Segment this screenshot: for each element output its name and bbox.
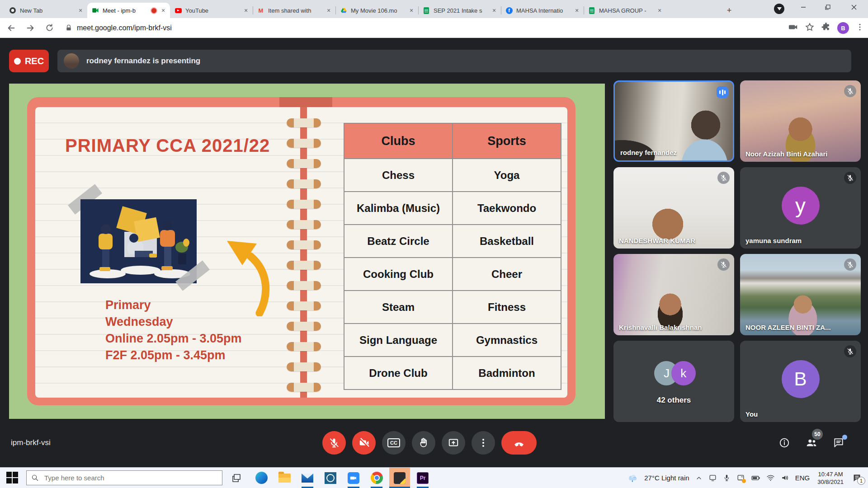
- wifi-icon[interactable]: [766, 474, 775, 482]
- chat-button[interactable]: [832, 436, 845, 450]
- participant-tile-yamuna[interactable]: y yamuna sundram: [740, 167, 861, 249]
- taskbar-clock[interactable]: 10:47 AM 30/8/2021: [817, 470, 844, 486]
- participant-tile-others[interactable]: J k 42 others: [613, 341, 734, 422]
- taskbar-active-app-icon[interactable]: [389, 468, 410, 488]
- participant-tile-rodney[interactable]: rodney fernandez: [613, 80, 734, 162]
- taskbar-search[interactable]: [26, 470, 222, 485]
- taskbar-mail-icon[interactable]: [297, 468, 318, 488]
- sheets-icon: [588, 7, 595, 14]
- close-icon[interactable]: ×: [490, 6, 498, 14]
- start-button[interactable]: [6, 472, 19, 484]
- participant-tile-krishnavalli[interactable]: Krishnavalli Balakrishnan: [613, 254, 734, 335]
- meeting-code: ipm-brkf-vsi: [11, 438, 51, 447]
- window-minimize-button[interactable]: [793, 0, 814, 14]
- notification-count-badge: 1: [857, 477, 865, 485]
- participant-tile-nandeshwar[interactable]: NANDESHWAR KUMAR: [613, 167, 734, 249]
- taskbar-edge-icon[interactable]: [251, 468, 272, 488]
- tab-gmail-item[interactable]: M Item shared with ×: [253, 3, 335, 18]
- tray-touchpad-icon[interactable]: [736, 474, 745, 482]
- schedule-line: Primary: [105, 297, 242, 314]
- tray-chevron-up-icon[interactable]: [695, 474, 703, 482]
- mic-mute-button[interactable]: [322, 431, 346, 455]
- close-icon[interactable]: ×: [159, 6, 167, 14]
- window-maximize-button[interactable]: [817, 0, 838, 14]
- mic-off-icon: [717, 172, 730, 184]
- participant-tile-you[interactable]: B You: [740, 341, 861, 422]
- tab-drive-movie[interactable]: My Movie 106.mo ×: [335, 3, 418, 18]
- table-row: Cooking Club Cheer: [344, 257, 561, 290]
- sheets-icon: [423, 7, 430, 14]
- forward-button[interactable]: [23, 20, 38, 36]
- cc-icon: CC: [387, 438, 400, 447]
- close-icon[interactable]: ×: [325, 6, 333, 14]
- schedule-text: Primary Wednesday Online 2.05pm - 3.05pm…: [105, 297, 242, 364]
- tab-camera-in-use-icon[interactable]: [788, 22, 798, 34]
- close-icon[interactable]: ×: [573, 6, 581, 14]
- taskbar-premiere-icon[interactable]: Pr: [412, 468, 433, 488]
- back-button[interactable]: [4, 20, 19, 36]
- window-close-button[interactable]: [844, 0, 864, 14]
- search-icon: [31, 474, 39, 482]
- omnibox[interactable]: meet.google.com/ipm-brkf-vsi: [65, 24, 172, 32]
- new-tab-button[interactable]: +: [723, 5, 735, 16]
- titlebar-extension-icon[interactable]: [774, 4, 784, 14]
- raise-hand-button[interactable]: [412, 431, 435, 455]
- captions-button[interactable]: CC: [382, 431, 406, 455]
- camera-off-button[interactable]: [352, 431, 376, 455]
- recording-badge: REC: [9, 50, 49, 72]
- close-icon[interactable]: ×: [242, 6, 250, 14]
- meet-main: REC rodney fernandez is presenting PRIMA…: [0, 38, 868, 467]
- participants-button[interactable]: 50: [805, 436, 818, 450]
- tab-sheets-mahsa-group[interactable]: MAHSA GROUP - ×: [584, 3, 666, 18]
- browser-toolbar: meet.google.com/ipm-brkf-vsi B: [0, 18, 868, 38]
- tab-youtube[interactable]: YouTube ×: [170, 3, 253, 18]
- weather-icon[interactable]: [627, 472, 638, 484]
- tab-meet[interactable]: Meet - ipm-b ×: [87, 3, 170, 18]
- browser-profile-avatar[interactable]: B: [837, 22, 849, 34]
- taskbar-chrome-icon[interactable]: [366, 468, 387, 488]
- present-screen-button[interactable]: [442, 431, 465, 455]
- notification-center-icon[interactable]: 1: [852, 473, 862, 483]
- language-indicator[interactable]: ENG: [795, 474, 810, 482]
- participants-count-badge: 50: [812, 429, 823, 440]
- meeting-details-button[interactable]: [778, 436, 791, 450]
- extensions-puzzle-icon[interactable]: [821, 22, 831, 34]
- url-text[interactable]: meet.google.com/ipm-brkf-vsi: [77, 24, 172, 32]
- tab-new-tab[interactable]: New Tab ×: [5, 3, 87, 18]
- slide-illustration: [80, 199, 197, 283]
- close-icon[interactable]: ×: [656, 6, 664, 14]
- browser-menu-kebab-icon[interactable]: [855, 23, 864, 33]
- tray-mic-icon[interactable]: [723, 474, 731, 482]
- time-text: 10:47 AM: [817, 470, 844, 478]
- weather-text[interactable]: 27°C Light rain: [644, 474, 689, 482]
- tab-sheets-sep-intake[interactable]: SEP 2021 Intake s ×: [418, 3, 501, 18]
- volume-icon[interactable]: [781, 474, 789, 482]
- call-controls: CC: [322, 431, 537, 455]
- screen: New Tab × Meet - ipm-b × YouTube × M Ite…: [0, 0, 868, 488]
- mic-off-icon: [844, 85, 856, 97]
- reload-button[interactable]: [42, 20, 57, 36]
- schedule-line: F2F 2.05pm - 3.45pm: [105, 347, 242, 364]
- close-icon[interactable]: ×: [407, 6, 415, 14]
- end-call-button[interactable]: [501, 431, 537, 455]
- participant-name: yamuna sundram: [745, 237, 802, 244]
- tab-facebook-mahsa[interactable]: f MAHSA Internatio ×: [501, 3, 584, 18]
- participant-name: NOOR AZLEEN BINTI ZA...: [745, 324, 831, 331]
- participant-tile-noor-azizah[interactable]: Noor Azizah Binti Azahari: [740, 80, 861, 162]
- search-input[interactable]: [43, 474, 208, 482]
- cast-icon[interactable]: [708, 474, 717, 482]
- bookmark-star-icon[interactable]: [805, 22, 815, 34]
- avatar: y: [782, 187, 820, 225]
- more-options-button[interactable]: [472, 431, 495, 455]
- participant-tile-noor-azleen[interactable]: NOOR AZLEEN BINTI ZA...: [740, 254, 861, 335]
- mic-off-icon: [844, 345, 856, 357]
- taskbar-video-app-icon[interactable]: [343, 468, 364, 488]
- taskbar-dell-icon[interactable]: [320, 468, 341, 488]
- close-icon[interactable]: ×: [76, 6, 85, 14]
- tab-title: New Tab: [20, 7, 76, 14]
- presenting-text: rodney fernandez is presenting: [86, 56, 200, 66]
- battery-icon[interactable]: [751, 473, 760, 483]
- task-view-button[interactable]: [226, 468, 247, 488]
- taskbar-file-explorer-icon[interactable]: [274, 468, 295, 488]
- schedule-line: Wednesday: [105, 314, 242, 330]
